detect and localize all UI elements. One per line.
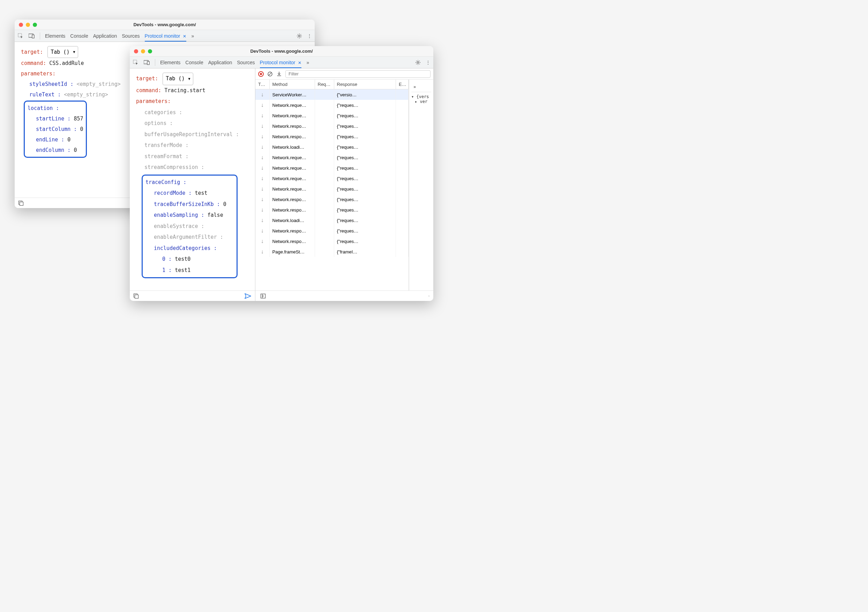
stylesheet-value: <empty_string>: [76, 81, 120, 87]
maximize-window-button[interactable]: [33, 23, 37, 27]
tab-elements[interactable]: Elements: [45, 33, 65, 39]
table-row[interactable]: ↓Page.frameSt…{"frameI…: [256, 247, 409, 257]
target-select[interactable]: Tab () ▼: [48, 46, 78, 58]
col-request[interactable]: Requ…: [315, 79, 334, 89]
close-tab-icon[interactable]: ✕: [183, 34, 186, 39]
tab-sources[interactable]: Sources: [237, 60, 255, 65]
record-button[interactable]: [258, 71, 264, 77]
target-select[interactable]: Tab () ▼: [163, 73, 193, 85]
param-transfermode: transferMode :: [144, 140, 249, 151]
type-icon: ↓: [256, 152, 269, 163]
panel-toggle-icon[interactable]: [260, 293, 266, 299]
device-toolbar-icon[interactable]: [29, 33, 35, 39]
close-window-button[interactable]: [19, 23, 23, 27]
location-label: location :: [28, 105, 59, 111]
table-row[interactable]: ↓ServiceWorker…{"versio…: [256, 89, 409, 100]
tabbar: Elements Console Application Sources Pro…: [130, 57, 433, 68]
table-row[interactable]: ↓Network.respo…{"reques…: [256, 121, 409, 131]
close-window-button[interactable]: [134, 49, 138, 53]
tab-application[interactable]: Application: [93, 33, 117, 39]
device-toolbar-icon[interactable]: [144, 59, 150, 66]
tab-elements[interactable]: Elements: [160, 60, 180, 65]
divider: [40, 33, 40, 39]
svg-line-13: [269, 73, 271, 75]
type-icon: ↓: [256, 100, 269, 110]
minimize-window-button[interactable]: [141, 49, 145, 53]
resize-handle-icon[interactable]: ◦: [428, 293, 430, 298]
response-cell: {"reques…: [334, 100, 396, 110]
table-row[interactable]: ↓Network.reque…{"reques…: [256, 110, 409, 121]
kebab-menu-icon[interactable]: ⋮: [426, 60, 431, 65]
method-cell: Network.respo…: [269, 236, 315, 247]
table-row[interactable]: ↓Network.reque…{"reques…: [256, 163, 409, 173]
elapsed-cell: [396, 225, 409, 236]
minimize-window-button[interactable]: [26, 23, 30, 27]
table-row[interactable]: ↓Network.reque…{"reques…: [256, 173, 409, 183]
method-cell: Network.respo…: [269, 225, 315, 236]
tab-console[interactable]: Console: [70, 33, 88, 39]
col-type[interactable]: Type: [256, 79, 269, 89]
inspect-icon[interactable]: [133, 59, 139, 66]
tab-protocol-monitor[interactable]: Protocol monitor ✕: [260, 60, 302, 68]
table-row[interactable]: ↓Network.respo…{"reques…: [256, 205, 409, 215]
settings-icon[interactable]: [415, 60, 421, 65]
tab-protocol-monitor[interactable]: Protocol monitor ✕: [145, 33, 187, 42]
table-row[interactable]: ↓Network.reque…{"reques…: [256, 152, 409, 163]
tree-node[interactable]: ▾ {vers: [411, 94, 431, 99]
col-method[interactable]: Method: [269, 79, 315, 89]
main-content: target: Tab () ▼ command: Tracing.start …: [130, 68, 433, 301]
kebab-menu-icon[interactable]: ⋮: [307, 33, 312, 39]
drawer-toggle-icon[interactable]: [133, 293, 139, 299]
tab-application[interactable]: Application: [208, 60, 232, 65]
svg-rect-2: [32, 35, 34, 38]
table-row[interactable]: ↓Network.respo…{"reques…: [256, 194, 409, 205]
method-cell: ServiceWorker…: [269, 89, 315, 100]
includedcats-label: includedCategories :: [154, 245, 217, 252]
cat0-value: test0: [175, 256, 191, 262]
settings-icon[interactable]: [296, 33, 302, 39]
request-cell: [315, 173, 334, 183]
type-icon: ↓: [256, 215, 269, 225]
more-tabs-icon[interactable]: »: [191, 33, 194, 39]
method-cell: Network.respo…: [269, 121, 315, 131]
request-cell: [315, 205, 334, 215]
svg-rect-14: [261, 294, 265, 298]
cat1-label: 1 :: [162, 267, 172, 273]
send-icon[interactable]: [245, 293, 251, 299]
tree-node[interactable]: ▸ ver: [415, 99, 431, 104]
col-elapsed[interactable]: El.⇡: [396, 79, 409, 89]
tab-console[interactable]: Console: [185, 60, 203, 65]
endcolumn-label: endColumn :: [36, 147, 70, 153]
inspect-icon[interactable]: [17, 33, 24, 39]
tab-sources[interactable]: Sources: [122, 33, 140, 39]
tab-protocol-label: Protocol monitor: [260, 60, 296, 65]
response-cell: {"reques…: [334, 173, 396, 183]
drawer-toggle-icon[interactable]: [18, 200, 24, 206]
endline-label: endLine :: [36, 137, 64, 143]
maximize-window-button[interactable]: [148, 49, 152, 53]
response-cell: {"versio…: [334, 89, 396, 100]
table-row[interactable]: ↓Network.respo…{"reques…: [256, 131, 409, 142]
table-row[interactable]: ↓Network.respo…{"reques…: [256, 236, 409, 247]
table-row[interactable]: ↓Network.loadi…{"reques…: [256, 142, 409, 152]
response-cell: {"reques…: [334, 215, 396, 225]
type-icon: ↓: [256, 163, 269, 173]
table-row[interactable]: ↓Network.respo…{"reques…: [256, 225, 409, 236]
svg-rect-5: [20, 202, 23, 205]
protocol-table[interactable]: Type Method Requ… Response El.⇡ ↓Service…: [256, 79, 409, 290]
traffic-lights: [134, 49, 152, 53]
table-row[interactable]: ↓Network.reque…{"reques…: [256, 100, 409, 110]
table-row[interactable]: ↓Network.reque…{"reques…: [256, 183, 409, 194]
method-cell: Network.loadi…: [269, 215, 315, 225]
download-icon[interactable]: [276, 71, 282, 77]
elapsed-cell: [396, 121, 409, 131]
clear-icon[interactable]: [267, 71, 273, 77]
recordmode-label: recordMode :: [154, 190, 192, 196]
filter-input[interactable]: [285, 70, 431, 78]
table-row[interactable]: ↓Network.loadi…{"reques…: [256, 215, 409, 225]
col-response[interactable]: Response: [334, 79, 396, 89]
more-tabs-icon[interactable]: »: [306, 60, 309, 65]
more-tabs-icon[interactable]: »: [414, 84, 416, 89]
type-icon: ↓: [256, 110, 269, 121]
close-tab-icon[interactable]: ✕: [298, 61, 301, 65]
